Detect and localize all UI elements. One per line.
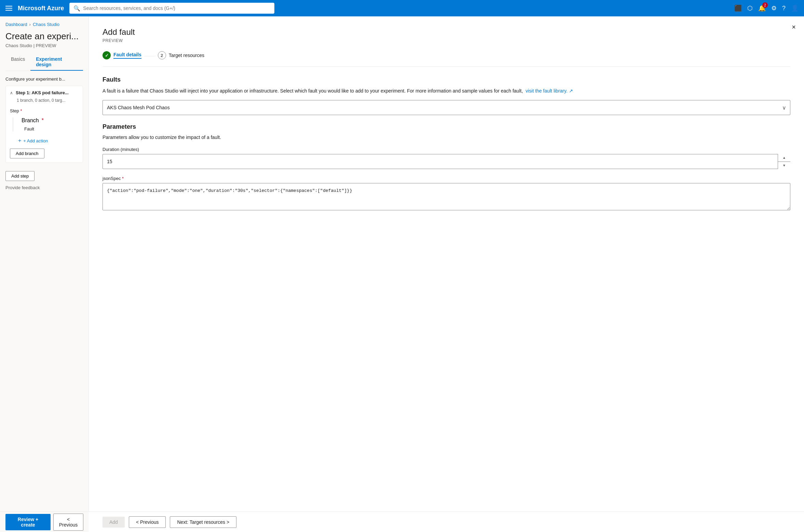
branch-required: * <box>42 117 44 124</box>
add-action-button[interactable]: + + Add action <box>10 136 48 146</box>
drawer-panel: × Add fault PREVIEW ✓ Fault details 2 Ta… <box>89 16 804 532</box>
spinner-down[interactable]: ▼ <box>778 162 790 169</box>
search-icon: 🔍 <box>73 5 80 12</box>
fault-dropdown-wrapper: AKS Chaos Mesh Pod Chaos ∨ <box>103 100 790 115</box>
step-fields: Step * Branch * Fault + + Add action <box>10 108 79 158</box>
faults-description: A fault is a failure that Chaos Studio w… <box>103 87 790 95</box>
left-panel: Dashboard › Chaos Studio Create an exper… <box>0 16 89 532</box>
fault-library-link[interactable]: visit the fault library. ↗ <box>526 88 573 94</box>
step-title: Step 1: AKS pod failure... <box>16 90 69 95</box>
step1-label: Fault details <box>113 52 141 59</box>
breadcrumb-sep1: › <box>29 22 31 27</box>
add-step-button[interactable]: Add step <box>5 171 35 181</box>
plus-icon: + <box>18 138 21 144</box>
settings-icon[interactable]: ⚙ <box>771 4 777 12</box>
parameters-title: Parameters <box>103 123 790 130</box>
branch-label: Branch <box>22 117 39 124</box>
faults-title: Faults <box>103 76 790 83</box>
branch-row: Branch * <box>22 117 79 124</box>
drawer-title: Add fault <box>103 27 790 37</box>
required-marker: * <box>20 108 22 113</box>
page-subtitle: Chaos Studio | PREVIEW <box>5 43 83 48</box>
step-block: ∧ Step 1: AKS pod failure... 1 branch, 0… <box>5 86 83 163</box>
spinners: ▲ ▼ <box>778 154 790 169</box>
review-create-button[interactable]: Review + create <box>5 514 51 530</box>
step-header: ∧ Step 1: AKS pod failure... <box>10 90 79 95</box>
chevron-icon[interactable]: ∧ <box>10 90 13 95</box>
tab-experiment-design[interactable]: Experiment design <box>30 54 83 71</box>
step2-label: Target resources <box>169 53 204 58</box>
search-box: 🔍 <box>69 3 274 14</box>
notifications-icon[interactable]: 🔔 2 <box>758 4 766 12</box>
drawer-preview: PREVIEW <box>103 38 790 43</box>
jsonspec-label: jsonSpec * <box>103 176 790 181</box>
fault-dropdown[interactable]: AKS Chaos Mesh Pod Chaos <box>103 100 790 115</box>
main-layout: Dashboard › Chaos Studio Create an exper… <box>0 16 804 532</box>
fault-label: Fault <box>16 126 79 131</box>
account-icon[interactable]: 👤 <box>791 4 799 12</box>
hamburger-menu[interactable] <box>5 6 12 11</box>
duration-label: Duration (minutes) <box>103 147 790 152</box>
spinner-up[interactable]: ▲ <box>778 154 790 162</box>
bottom-bar-right: Add < Previous Next: Target resources > <box>89 512 804 532</box>
tab-basics[interactable]: Basics <box>5 54 30 71</box>
next-button[interactable]: Next: Target resources > <box>170 516 236 528</box>
step-field: Step * Branch * Fault <box>10 108 79 131</box>
jsonspec-required: * <box>122 176 124 181</box>
drawer-close-button[interactable]: × <box>792 23 796 31</box>
help-icon[interactable]: ? <box>782 5 786 12</box>
section-label: Configure your experiment b... <box>5 76 83 82</box>
parameters-description: Parameters allow you to customize the im… <box>103 135 790 140</box>
page-title: Create an experi... <box>5 31 83 42</box>
stepper-step1[interactable]: ✓ Fault details <box>103 51 141 61</box>
search-input[interactable] <box>83 5 270 11</box>
notification-badge: 2 <box>762 2 768 8</box>
previous-button[interactable]: < Previous <box>129 516 166 528</box>
jsonspec-textarea[interactable]: {"action":"pod-failure","mode":"one","du… <box>103 183 790 210</box>
step-meta: 1 branch, 0 action, 0 targ... <box>17 98 79 103</box>
stepper-step2[interactable]: 2 Target resources <box>158 51 204 61</box>
breadcrumb-dashboard[interactable]: Dashboard <box>5 22 27 27</box>
add-branch-button[interactable]: Add branch <box>10 149 44 158</box>
step-field-label: Step * <box>10 108 79 113</box>
nav-icons: ⬛ ⬡ 🔔 2 ⚙ ? 👤 <box>734 4 799 12</box>
top-nav: Microsoft Azure 🔍 ⬛ ⬡ 🔔 2 ⚙ ? 👤 <box>0 0 804 16</box>
bottom-bar-left: Review + create < Previous <box>0 512 89 532</box>
duration-input-wrapper: ▲ ▼ <box>103 154 790 169</box>
step2-circle: 2 <box>158 51 166 59</box>
tabs: Basics Experiment design <box>5 54 83 71</box>
breadcrumb: Dashboard › Chaos Studio <box>5 22 83 27</box>
breadcrumb-chaos-studio[interactable]: Chaos Studio <box>33 22 59 27</box>
step-separator <box>144 56 155 56</box>
brand-name: Microsoft Azure <box>18 5 64 12</box>
provide-feedback: Provide feedback <box>5 185 83 190</box>
step1-circle: ✓ <box>103 51 111 59</box>
cloud-shell-icon[interactable]: ⬡ <box>747 4 753 12</box>
terminal-icon[interactable]: ⬛ <box>734 4 742 12</box>
previous-button-left[interactable]: < Previous <box>53 514 83 531</box>
add-button[interactable]: Add <box>103 517 125 528</box>
duration-input[interactable] <box>103 154 790 169</box>
stepper: ✓ Fault details 2 Target resources <box>103 51 790 67</box>
